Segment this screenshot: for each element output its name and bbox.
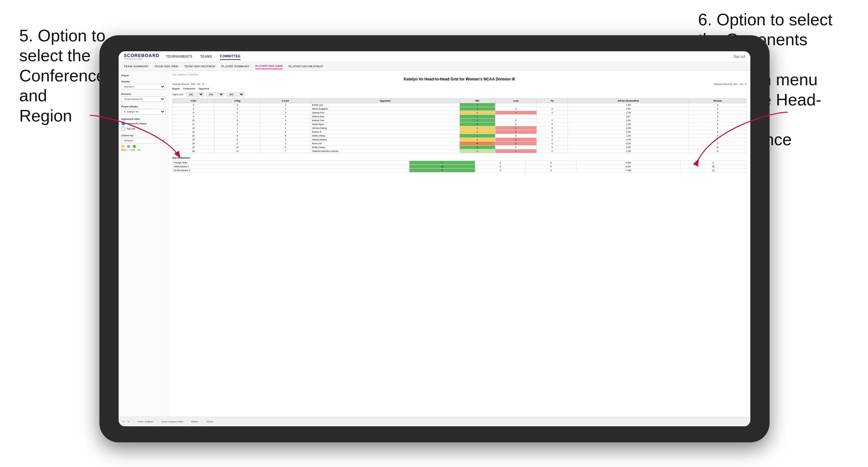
nav-committee[interactable]: COMMITTEE — [220, 53, 241, 60]
tablet-screen: SCOREBOARD Powered by clippd TOURNAMENTS… — [119, 51, 750, 426]
cell-tie: 0 — [536, 126, 567, 130]
ood-opponent: Foreign Team — [173, 161, 409, 165]
table-row: 16 3 3 Jessica Mason 1 2 0 -0.94 7 — [173, 138, 746, 142]
colour-by-select[interactable]: Win/loss — [121, 138, 165, 143]
cell-div: 10 — [173, 119, 215, 122]
ood-loss: 0 — [475, 161, 526, 165]
cell-opponent: Emily Chang — [311, 146, 460, 149]
cell-loss: 2 — [495, 130, 536, 134]
ood-rounds: 2 — [680, 161, 746, 165]
ood-tie: 0 — [526, 165, 576, 168]
cell-div: 14 — [173, 130, 215, 134]
col-div: # Div — [173, 99, 215, 103]
redo-icon[interactable]: ↪ — [127, 420, 129, 423]
table-row: 15 8 5 Stella Cheng 1 0 0 1.25 4 — [173, 134, 746, 138]
cell-rounds: 3 — [689, 115, 746, 119]
sidebar-player-rank-section: Player (Rank) 8. Katelyn Vo — [121, 105, 165, 115]
table-row: 11 2 5 Heejo Hyun 1 0 0 3.33 3 — [173, 122, 746, 126]
sidebar-division-section: Division NCAA Division III — [121, 93, 165, 102]
cell-rounds: 4 — [689, 103, 746, 107]
ood-win: 1 — [409, 161, 475, 165]
cell-opponent: Federica Domecq Lacroze — [311, 149, 460, 153]
conference-filter-select[interactable]: (All) — [207, 92, 224, 96]
radio-opponents-played[interactable]: Opponents Played — [121, 122, 165, 126]
cell-conf: 7 — [260, 149, 311, 153]
sidebar-player-section: Player — [121, 74, 165, 77]
sub-tab-team-summary[interactable]: TEAM SUMMARY — [124, 64, 149, 69]
cell-opponent: Eunice Yi — [311, 130, 460, 134]
table-row: 3 3 1 Esther Lee 1 1.50 4 — [173, 103, 746, 107]
player-rank-select[interactable]: 8. Katelyn Vo — [121, 109, 165, 115]
share-btn[interactable]: Share — [206, 420, 213, 423]
save-custom-btn[interactable]: Save Custom View — [161, 420, 183, 423]
sub-tab-player-h2h-grid[interactable]: PLAYER H2H GRID — [255, 63, 283, 69]
ood-loss: 0 — [475, 165, 526, 168]
out-of-division-table: Foreign Team 1 0 0 4.500 2 NAIA Division… — [172, 161, 746, 173]
sub-tab-team-h2h-heatmap[interactable]: TEAM H2H HEATMAP — [184, 64, 215, 69]
sign-out-link[interactable]: Sign out — [733, 55, 745, 58]
cell-rounds: 6 — [689, 149, 746, 153]
cell-diff: -5.00 — [567, 142, 689, 146]
cell-div: 9 — [173, 115, 215, 119]
region-filter-select[interactable]: (All) — [186, 92, 204, 96]
sub-tab-team-h2h-grid[interactable]: TEAM H2H GRID — [155, 64, 179, 69]
cell-win: 1 — [460, 107, 495, 111]
cell-opponent: Stella Cheng — [311, 134, 460, 138]
nav-teams[interactable]: TEAMS — [200, 54, 212, 60]
sidebar-colour-by-section: Colour by Win/loss Down Level Up — [121, 134, 165, 151]
cell-rounds: 7 — [689, 138, 746, 142]
col-opponent: Opponent — [311, 99, 460, 103]
app-header: SCOREBOARD Powered by clippd TOURNAMENTS… — [119, 51, 750, 62]
gender-select[interactable]: Women's — [121, 84, 165, 89]
cell-diff: 0.30 — [567, 146, 689, 149]
cell-diff: -3.00 — [567, 126, 689, 130]
last-updated: Last Updated: 27/03/2024 — [172, 73, 746, 75]
overall-record: Overall Record: 353 - 34 - 6 — [172, 83, 204, 86]
cell-win: 2 — [460, 149, 495, 153]
table-row: 13 1 1 Jessica Huang 1 1 0 -3.00 2 — [173, 126, 746, 130]
h2h-grid-table: # Div # Reg # Conf Opponent Win Loss Tie… — [172, 98, 746, 153]
cell-win: 1 — [460, 103, 495, 107]
cell-rounds: 3 — [689, 122, 746, 126]
cell-div: 20 — [173, 149, 215, 153]
nav-tournaments[interactable]: TOURNAMENTS — [166, 54, 192, 60]
col-diff: Diff Av Strokes/Rnd — [567, 99, 689, 103]
table-row: 18 2 2 Euna Lee 0 2 0 -5.00 2 — [173, 142, 746, 146]
cell-win: 4 — [460, 146, 495, 149]
report-title: Katelyn Vo Head-to-Head Grid for Women's… — [172, 77, 746, 82]
col-rounds: Rounds — [689, 99, 746, 103]
cell-loss: 0 — [495, 122, 536, 126]
filter-group-region: Region — [172, 88, 180, 90]
sub-nav: TEAM SUMMARY TEAM H2H GRID TEAM H2H HEAT… — [119, 62, 750, 71]
cell-conf: 6 — [260, 146, 311, 149]
cell-win: 2 — [460, 130, 495, 134]
division-select[interactable]: NCAA Division III — [121, 96, 165, 102]
cell-opponent: Alexis Sudjianto — [311, 107, 460, 111]
undo-icon[interactable]: ↩ — [123, 420, 125, 423]
cell-diff: -0.94 — [567, 138, 689, 142]
ood-diff: 7.400 — [576, 168, 680, 173]
cell-tie: 0 — [536, 142, 567, 146]
cell-reg: 1 — [215, 115, 260, 119]
cell-div: 16 — [173, 138, 215, 142]
cell-diff: 4.00 — [567, 119, 689, 122]
col-conf: # Conf — [260, 99, 311, 103]
col-reg: # Reg — [215, 99, 260, 103]
opponents-filter-row: Opponents: (All) (All) (All) — [172, 92, 746, 96]
radio-top100[interactable]: Top 100 — [121, 127, 165, 131]
opponent-filter-select[interactable]: (All) — [227, 92, 244, 96]
watch-btn[interactable]: Watch — [191, 420, 198, 423]
cell-reg: 8 — [215, 134, 260, 138]
view-original-btn[interactable]: View: Original — [137, 420, 153, 423]
table-row: 10 6 3 Andrea York 2 0 0 4.00 4 — [173, 119, 746, 122]
sub-tab-player-h2h-heatmap[interactable]: PLAYER H2H HEATMAP — [288, 64, 323, 69]
cell-rounds: 3 — [689, 111, 746, 115]
cell-tie: 0 — [536, 107, 567, 111]
ood-tie: 0 — [526, 161, 576, 165]
cell-reg: 3 — [215, 103, 260, 107]
cell-opponent: Heejo Hyun — [311, 122, 460, 126]
dot-up — [133, 145, 136, 148]
cell-rounds: 2 — [689, 142, 746, 146]
cell-conf: 1 — [260, 126, 311, 130]
sub-tab-player-summary[interactable]: PLAYER SUMMARY — [221, 64, 250, 69]
